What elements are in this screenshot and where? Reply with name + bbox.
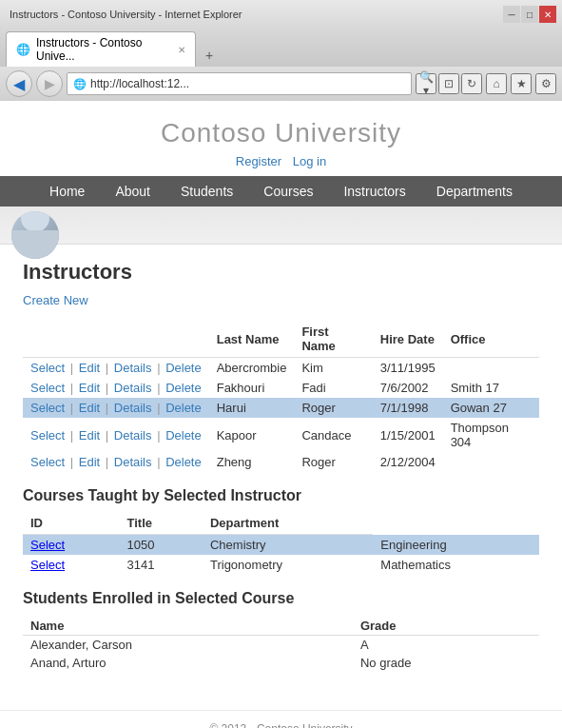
forward-button[interactable]: ▶ (36, 70, 63, 97)
action-separator: | (102, 361, 112, 375)
instructor-row: Select | Edit | Details | DeleteHaruiRog… (23, 398, 539, 418)
instructor-hire-date: 3/11/1995 (373, 358, 443, 379)
action-separator: | (154, 361, 165, 375)
instructor-edit-link[interactable]: Edit (79, 455, 100, 469)
login-link[interactable]: Log in (293, 154, 326, 168)
search-dropdown-button[interactable]: 🔍▾ (416, 73, 436, 94)
minimize-button[interactable]: ─ (503, 6, 520, 23)
site-footer: © 2013 - Contoso University (0, 710, 562, 728)
courses-col-dept: Department (203, 512, 373, 535)
instructor-office (443, 358, 539, 379)
action-separator: | (67, 455, 77, 469)
instructor-first-name: Candace (294, 418, 372, 452)
instructor-details-link[interactable]: Details (114, 361, 152, 375)
new-tab-button[interactable]: + (198, 44, 221, 67)
nav-item-instructors[interactable]: Instructors (328, 176, 420, 207)
instructor-actions: Select | Edit | Details | Delete (23, 418, 209, 452)
instructor-first-name: Roger (294, 452, 372, 472)
action-separator: | (102, 428, 112, 443)
action-separator: | (102, 401, 112, 415)
instructor-edit-link[interactable]: Edit (79, 361, 100, 375)
site-header: Contoso University Register Log in (0, 101, 562, 176)
course-id: 1050 (120, 535, 203, 556)
instructor-last-name: Harui (209, 398, 295, 418)
instructor-last-name: Kapoor (209, 418, 295, 452)
home-button[interactable]: ⌂ (486, 73, 507, 94)
instructor-delete-link[interactable]: Delete (165, 428, 202, 443)
instructor-details-link[interactable]: Details (114, 428, 152, 443)
instructor-delete-link[interactable]: Delete (165, 401, 202, 415)
back-button[interactable]: ◀ (6, 70, 32, 97)
instructor-edit-link[interactable]: Edit (79, 381, 100, 395)
instructor-delete-link[interactable]: Delete (165, 361, 202, 375)
instructor-actions: Select | Edit | Details | Delete (23, 452, 209, 472)
col-office: Office (443, 321, 539, 358)
instructor-row: Select | Edit | Details | DeleteFakhouri… (23, 378, 539, 398)
course-select-link[interactable]: Select (30, 538, 65, 552)
instructor-actions: Select | Edit | Details | Delete (23, 398, 209, 418)
instructor-edit-link[interactable]: Edit (79, 428, 100, 443)
courses-col-title: Title (120, 512, 203, 535)
instructor-actions: Select | Edit | Details | Delete (23, 378, 209, 398)
address-bar[interactable]: 🌐 http://localhost:12... (67, 72, 412, 95)
tools-button[interactable]: ⚙ (535, 73, 556, 94)
create-new-link[interactable]: Create New (23, 293, 88, 307)
tab-label: Instructors - Contoso Unive... (36, 36, 172, 63)
action-separator: | (154, 455, 165, 469)
instructor-hire-date: 1/15/2001 (373, 418, 443, 452)
instructor-office: Smith 17 (443, 378, 539, 398)
instructor-hire-date: 7/1/1998 (373, 398, 443, 418)
instructor-first-name: Fadi (294, 378, 372, 398)
action-separator: | (67, 381, 77, 395)
instructor-hire-date: 7/6/2002 (373, 378, 443, 398)
maximize-button[interactable]: □ (521, 6, 538, 23)
compat-button[interactable]: ⊡ (438, 73, 459, 94)
instructor-select-link[interactable]: Select (30, 401, 65, 415)
action-separator: | (67, 428, 77, 443)
refresh-button[interactable]: ↻ (461, 73, 482, 94)
students-col-name: Name (23, 615, 353, 636)
nav-item-home[interactable]: Home (34, 176, 100, 207)
instructor-details-link[interactable]: Details (114, 381, 152, 395)
col-first-name: First Name (294, 321, 372, 358)
action-separator: | (154, 401, 165, 415)
instructor-select-link[interactable]: Select (30, 361, 65, 375)
instructor-select-link[interactable]: Select (30, 455, 65, 469)
course-department: Engineering (373, 535, 539, 556)
site-title: Contoso University (0, 118, 562, 148)
window-title: Instructors - Contoso University - Inter… (6, 9, 503, 20)
instructor-select-link[interactable]: Select (30, 381, 65, 395)
action-separator: | (102, 455, 112, 469)
instructor-details-link[interactable]: Details (114, 455, 152, 469)
instructor-first-name: Kim (294, 358, 372, 379)
nav-item-about[interactable]: About (100, 176, 165, 207)
student-name: Anand, Arturo (23, 654, 353, 672)
instructor-hire-date: 2/12/2004 (373, 452, 443, 472)
student-grade: A (353, 636, 539, 655)
instructor-delete-link[interactable]: Delete (165, 381, 202, 395)
close-button[interactable]: ✕ (539, 6, 556, 23)
action-separator: | (154, 381, 165, 395)
instructor-details-link[interactable]: Details (114, 401, 152, 415)
instructor-row: Select | Edit | Details | DeleteKapoorCa… (23, 418, 539, 452)
course-title: Chemistry (203, 535, 373, 556)
nav-item-courses[interactable]: Courses (248, 176, 328, 207)
instructor-edit-link[interactable]: Edit (79, 401, 100, 415)
students-section-heading: Students Enrolled in Selected Course (23, 590, 539, 607)
student-row: Anand, ArturoNo grade (23, 654, 539, 672)
tab-close-icon[interactable]: ✕ (178, 45, 185, 55)
register-link[interactable]: Register (236, 154, 281, 168)
footer-text: © 2013 - Contoso University (209, 722, 352, 728)
student-name: Alexander, Carson (23, 636, 353, 655)
active-tab[interactable]: 🌐 Instructors - Contoso Unive... ✕ (6, 31, 196, 67)
course-select-link[interactable]: Select (30, 558, 65, 572)
courses-table: ID Title Department Select1050ChemistryE… (23, 512, 539, 575)
nav-item-departments[interactable]: Departments (421, 176, 528, 207)
instructor-delete-link[interactable]: Delete (165, 455, 202, 469)
nav-item-students[interactable]: Students (165, 176, 248, 207)
instructor-select-link[interactable]: Select (30, 428, 65, 443)
favorites-button[interactable]: ★ (511, 73, 532, 94)
action-separator: | (67, 361, 77, 375)
students-table: Name Grade Alexander, CarsonAAnand, Artu… (23, 615, 539, 672)
window-controls: ─ □ ✕ (503, 6, 556, 23)
